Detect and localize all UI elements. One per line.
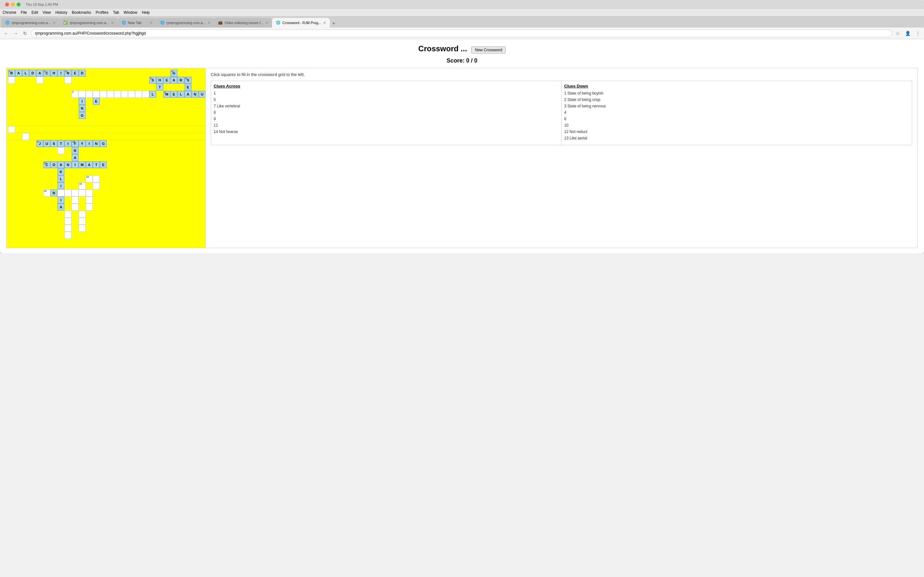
back-button[interactable]: ← bbox=[3, 29, 10, 37]
close-button[interactable] bbox=[5, 3, 9, 6]
cell-l12-l[interactable]: L bbox=[57, 175, 65, 182]
menu-history[interactable]: History bbox=[55, 10, 67, 15]
cell-9-box1[interactable] bbox=[8, 126, 15, 133]
cell-l12-box[interactable] bbox=[93, 175, 100, 182]
cell-ia-i[interactable]: I bbox=[57, 197, 65, 203]
menu-window[interactable]: Window bbox=[124, 10, 137, 15]
cell-4-20[interactable] bbox=[142, 91, 149, 98]
cell-bot3-b2[interactable] bbox=[79, 225, 86, 232]
cell-1-2[interactable]: A bbox=[15, 69, 22, 77]
cell-14n-b2[interactable] bbox=[65, 189, 71, 197]
new-crossword-button[interactable]: New Crossword bbox=[471, 47, 506, 53]
cell-10-box1[interactable] bbox=[22, 133, 29, 140]
menu-file[interactable]: File bbox=[21, 10, 27, 15]
tab-5-close[interactable]: ✕ bbox=[265, 21, 268, 25]
tab-2[interactable]: ✅ rjmprogramming.com.a... ✕ bbox=[59, 18, 118, 27]
cell-k-k[interactable]: K bbox=[57, 168, 65, 175]
tab-5[interactable]: 💼 Video indexing issues f... ✕ bbox=[214, 18, 272, 27]
tab-3-close[interactable]: ✕ bbox=[150, 21, 152, 25]
cell-1-8[interactable]: I bbox=[57, 69, 65, 77]
maximize-button[interactable] bbox=[17, 3, 21, 6]
clue-across-9[interactable]: 9 bbox=[214, 117, 559, 121]
cell-i13-13[interactable]: 13 bbox=[79, 182, 86, 189]
cell-4-10[interactable]: 7 bbox=[71, 91, 79, 98]
menu-bookmarks[interactable]: Bookmarks bbox=[72, 10, 91, 15]
cell-1-9[interactable]: 3N bbox=[65, 69, 71, 77]
cell-1-4[interactable]: D bbox=[29, 69, 36, 77]
cell-5-i[interactable]: I bbox=[79, 98, 86, 105]
cell-2-9[interactable] bbox=[65, 77, 71, 84]
tab-1[interactable]: 🌐 rjmprogramming.com.a... ✕ bbox=[1, 18, 59, 27]
cell-a1-a[interactable]: A bbox=[71, 154, 79, 161]
clue-across-7[interactable]: 7 Like vertebral bbox=[214, 104, 559, 108]
cell-1-24[interactable]: 4G bbox=[170, 69, 178, 77]
clue-across-8[interactable]: 8 bbox=[214, 110, 559, 115]
cell-ia-b1[interactable] bbox=[71, 197, 79, 203]
tab-4-close[interactable]: ✕ bbox=[208, 21, 210, 25]
cell-3-22[interactable]: T bbox=[156, 84, 163, 91]
clue-down-10[interactable]: 10 bbox=[564, 123, 909, 127]
cell-coan-a2[interactable]: A bbox=[86, 161, 93, 168]
clue-down-3[interactable]: 3 State of being nervous bbox=[564, 104, 909, 108]
menu-chrome[interactable]: Chrome bbox=[3, 10, 16, 15]
address-input[interactable] bbox=[31, 29, 892, 37]
clue-down-12[interactable]: 12 Not reduct bbox=[564, 129, 909, 134]
forward-button[interactable]: → bbox=[12, 29, 19, 37]
cell-jus-i[interactable]: I bbox=[65, 140, 71, 147]
cell-4-28[interactable]: U bbox=[199, 91, 206, 98]
cell-2-5[interactable] bbox=[36, 77, 43, 84]
cell-bot1-b1[interactable] bbox=[65, 211, 71, 218]
cell-1-6[interactable]: 2C bbox=[43, 69, 50, 77]
menu-help[interactable]: Help bbox=[142, 10, 150, 15]
cell-1-10[interactable]: E bbox=[71, 69, 79, 77]
cell-jus-s[interactable]: S bbox=[50, 140, 57, 147]
cell-bot3-b1[interactable] bbox=[65, 225, 71, 232]
cell-coan-a[interactable]: A bbox=[57, 161, 65, 168]
cell-2-21[interactable]: 5S bbox=[149, 77, 156, 84]
clue-across-14[interactable]: 14 Not hearse bbox=[214, 129, 559, 134]
cell-2-22[interactable]: H bbox=[156, 77, 163, 84]
cell-bot4-b1[interactable] bbox=[65, 232, 71, 239]
cell-bot1-b2[interactable] bbox=[79, 211, 86, 218]
menu-tab[interactable]: Tab bbox=[113, 10, 119, 15]
bookmark-button[interactable]: ☆ bbox=[895, 29, 901, 37]
clue-across-1[interactable]: 1 bbox=[214, 91, 559, 95]
cell-jus-y[interactable]: Y bbox=[79, 140, 86, 147]
tab-3[interactable]: 🌐 New Tab ✕ bbox=[118, 18, 156, 27]
cell-jus-9j[interactable]: 9J bbox=[36, 140, 43, 147]
cell-14n-b4[interactable] bbox=[79, 189, 86, 197]
clue-down-1[interactable]: 1 State of being boyish bbox=[564, 91, 909, 95]
cell-jus-u[interactable]: U bbox=[43, 140, 50, 147]
refresh-button[interactable]: ↻ bbox=[22, 29, 28, 37]
cell-1-5[interactable]: A bbox=[36, 69, 43, 77]
menu-edit[interactable]: Edit bbox=[31, 10, 38, 15]
cell-i13-box[interactable] bbox=[93, 182, 100, 189]
cell-a2-b2[interactable] bbox=[86, 203, 93, 211]
cell-coan-11c[interactable]: 11C bbox=[43, 161, 50, 168]
cell-14n-n[interactable]: N bbox=[50, 189, 57, 197]
cell-i13-i[interactable]: I bbox=[57, 182, 65, 189]
cell-jus-10f[interactable]: 10F bbox=[71, 140, 79, 147]
clue-down-6[interactable]: 6 bbox=[564, 117, 909, 121]
cell-coan-m[interactable]: M bbox=[79, 161, 86, 168]
cell-14n-b3[interactable] bbox=[71, 189, 79, 197]
cell-2-24[interactable]: A bbox=[170, 77, 178, 84]
cell-4-12[interactable] bbox=[86, 91, 93, 98]
cell-jus-t[interactable]: T bbox=[57, 140, 65, 147]
cell-coan-i[interactable]: I bbox=[71, 161, 79, 168]
cell-4-14[interactable] bbox=[100, 91, 107, 98]
cell-jus-n[interactable]: N bbox=[93, 140, 100, 147]
cell-1-1[interactable]: 1B bbox=[8, 69, 15, 77]
crossword-grid-area[interactable]: 1B A L D A 2C H I 3N E D bbox=[7, 68, 206, 248]
cell-4-26[interactable]: A bbox=[184, 91, 192, 98]
cell-r-box[interactable] bbox=[57, 147, 65, 154]
menu-profiles[interactable]: Profiles bbox=[95, 10, 108, 15]
clue-down-2[interactable]: 2 State of being crisp bbox=[564, 97, 909, 102]
cell-2-26[interactable]: 6S bbox=[184, 77, 192, 84]
cell-4-18[interactable] bbox=[128, 91, 135, 98]
cell-2-1[interactable] bbox=[8, 77, 15, 84]
menu-button[interactable]: ⋮ bbox=[914, 29, 921, 37]
clue-down-13[interactable]: 13 Like aerial bbox=[564, 136, 909, 140]
cell-4-27[interactable]: N bbox=[192, 91, 199, 98]
cell-bot2-b2[interactable] bbox=[79, 218, 86, 225]
